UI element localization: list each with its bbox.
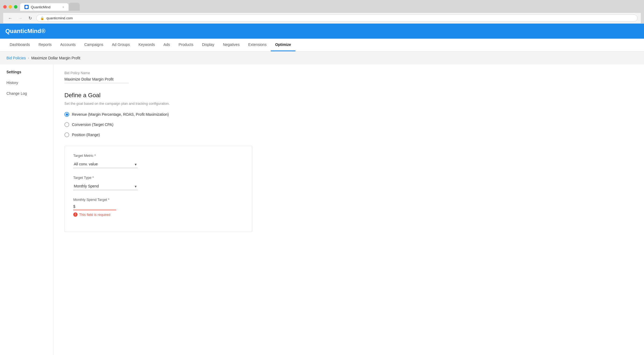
breadcrumb-separator: › xyxy=(28,56,29,60)
breadcrumb: Bid Policies › Maximize Dollar Margin Pr… xyxy=(0,52,644,64)
url-display: quanticmind.com xyxy=(46,16,73,20)
settings-card: Target Metric * All conv. value Revenue … xyxy=(64,146,252,232)
target-type-select[interactable]: Monthly Spend Weekly Spend Daily Spend xyxy=(73,182,138,190)
section-title: Define a Goal xyxy=(64,92,633,99)
tab-close-button[interactable]: × xyxy=(63,5,64,9)
radio-label-0: Revenue (Margin Percentage, ROAS, Profit… xyxy=(72,112,169,117)
new-tab-placeholder[interactable] xyxy=(69,3,80,11)
nav-item-accounts[interactable]: Accounts xyxy=(56,39,80,51)
forward-button[interactable]: → xyxy=(17,15,24,21)
error-message: ! This field is required xyxy=(73,212,243,217)
error-text: This field is required xyxy=(79,213,110,217)
main-layout: SettingsHistoryChange Log Bid Policy Nam… xyxy=(0,64,644,355)
radio-label-1: Conversion (Target CPA) xyxy=(72,122,114,127)
radio-option-1[interactable]: Conversion (Target CPA) xyxy=(64,122,633,127)
sidebar-item-settings[interactable]: Settings xyxy=(0,67,53,77)
target-metric-select[interactable]: All conv. value Revenue ROAS xyxy=(73,160,138,168)
logo-bold: Mind xyxy=(27,28,41,34)
target-type-field: Target Type * Monthly Spend Weekly Spend… xyxy=(73,176,243,190)
sidebar: SettingsHistoryChange Log xyxy=(0,64,54,355)
nav-item-keywords[interactable]: Keywords xyxy=(134,39,159,51)
radio-option-2[interactable]: Position (Range) xyxy=(64,132,633,137)
target-metric-select-wrapper[interactable]: All conv. value Revenue ROAS xyxy=(73,160,138,168)
app-logo: QuanticMind® xyxy=(5,28,45,35)
traffic-lights xyxy=(3,5,17,9)
back-button[interactable]: ← xyxy=(6,15,14,21)
tab-favicon xyxy=(24,5,29,9)
sidebar-item-history[interactable]: History xyxy=(0,77,53,88)
nav-item-dashboards[interactable]: Dashboards xyxy=(5,39,34,51)
content-area: Bid Policy Name Maximize Dollar Margin P… xyxy=(54,64,644,355)
nav-item-ad-groups[interactable]: Ad Groups xyxy=(108,39,134,51)
refresh-button[interactable]: ↻ xyxy=(27,15,34,21)
close-button-traffic[interactable] xyxy=(3,5,7,9)
nav-item-negatives[interactable]: Negatives xyxy=(219,39,244,51)
nav-item-optimize[interactable]: Optimize xyxy=(271,39,295,51)
monthly-spend-input[interactable] xyxy=(76,204,109,209)
tab-bar: QuanticMind × xyxy=(20,3,80,11)
radio-group: Revenue (Margin Percentage, ROAS, Profit… xyxy=(64,112,633,137)
lock-icon: 🔒 xyxy=(40,16,44,20)
nav-item-campaigns[interactable]: Campaigns xyxy=(80,39,108,51)
app-header: QuanticMind® xyxy=(0,24,644,39)
policy-name-label: Bid Policy Name xyxy=(64,71,633,75)
spend-input-wrapper: $ xyxy=(73,204,116,210)
radio-circle-1 xyxy=(64,122,69,127)
tab-label: QuanticMind xyxy=(31,5,50,9)
minimize-button-traffic[interactable] xyxy=(9,5,12,9)
radio-circle-2 xyxy=(64,132,69,137)
target-type-label: Target Type * xyxy=(73,176,243,180)
radio-option-0[interactable]: Revenue (Margin Percentage, ROAS, Profit… xyxy=(64,112,633,117)
section-desc: Set the goal based on the campaign plan … xyxy=(64,102,633,106)
nav-item-reports[interactable]: Reports xyxy=(34,39,56,51)
titlebar: QuanticMind × xyxy=(3,3,641,11)
address-input[interactable]: 🔒 quanticmind.com xyxy=(36,15,638,22)
nav-item-display[interactable]: Display xyxy=(198,39,219,51)
monthly-spend-label: Monthly Spend Target * xyxy=(73,198,243,202)
target-type-select-wrapper[interactable]: Monthly Spend Weekly Spend Daily Spend xyxy=(73,182,138,190)
maximize-button-traffic[interactable] xyxy=(14,5,17,9)
breadcrumb-current: Maximize Dollar Margin Profit xyxy=(31,56,80,60)
policy-name-value: Maximize Dollar Margin Profit xyxy=(64,77,129,83)
nav-item-extensions[interactable]: Extensions xyxy=(244,39,271,51)
radio-circle-0 xyxy=(64,112,69,117)
nav-item-products[interactable]: Products xyxy=(174,39,197,51)
address-bar: ← → ↻ 🔒 quanticmind.com xyxy=(3,13,641,24)
radio-label-2: Position (Range) xyxy=(72,133,100,137)
monthly-spend-field: Monthly Spend Target * $ ! This field is… xyxy=(73,198,243,217)
main-nav: DashboardsReportsAccountsCampaignsAd Gro… xyxy=(0,39,644,52)
nav-item-ads[interactable]: Ads xyxy=(159,39,174,51)
browser-chrome: QuanticMind × ← → ↻ 🔒 quanticmind.com xyxy=(0,0,644,24)
target-metric-field: Target Metric * All conv. value Revenue … xyxy=(73,154,243,168)
logo-suffix: ® xyxy=(41,28,45,34)
active-tab[interactable]: QuanticMind × xyxy=(20,3,68,11)
breadcrumb-link[interactable]: Bid Policies xyxy=(6,56,26,60)
sidebar-item-change-log[interactable]: Change Log xyxy=(0,88,53,99)
target-metric-label: Target Metric * xyxy=(73,154,243,158)
policy-name-section: Bid Policy Name Maximize Dollar Margin P… xyxy=(64,71,633,83)
error-icon: ! xyxy=(73,212,78,217)
logo-light: Quantic xyxy=(5,28,27,34)
spend-currency: $ xyxy=(73,204,75,209)
svg-point-0 xyxy=(25,6,28,8)
